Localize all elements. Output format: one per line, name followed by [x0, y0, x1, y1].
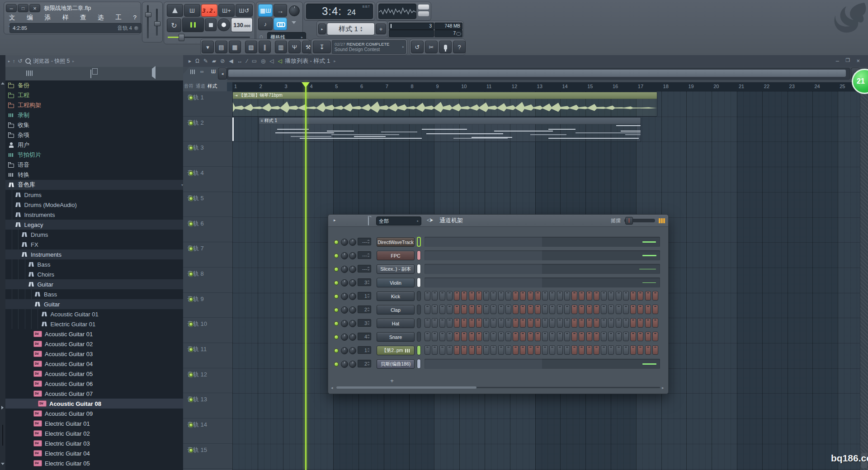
step-19[interactable] [557, 332, 563, 341]
step-21[interactable] [571, 345, 577, 355]
step-30[interactable] [637, 332, 643, 341]
help-button[interactable]: ? [453, 41, 466, 53]
step-20[interactable] [564, 332, 570, 341]
step-31[interactable] [645, 332, 651, 341]
step-3[interactable] [439, 345, 445, 355]
track-led[interactable] [189, 197, 193, 201]
step-1[interactable] [425, 318, 430, 328]
step-30[interactable] [637, 318, 643, 328]
browser-item-备份[interactable]: 备份 [5, 80, 183, 90]
channel-enable-led[interactable] [334, 254, 339, 258]
step-10[interactable] [491, 332, 496, 341]
tempo-display[interactable]: 130.000 [231, 18, 253, 32]
step-17[interactable] [542, 305, 548, 314]
track-led[interactable] [189, 348, 193, 352]
step-22[interactable] [579, 332, 585, 341]
pattern-clip[interactable]: ≡样式 1 [259, 117, 641, 142]
step-8[interactable] [476, 291, 482, 301]
channel-button[interactable]: Kick [377, 291, 415, 301]
step-9[interactable] [483, 332, 489, 341]
tab-通道[interactable]: 通道 [196, 83, 205, 89]
channel-button[interactable]: FPC [377, 251, 415, 260]
browser-next-icon[interactable]: ▸ [72, 59, 74, 63]
playhead-marker[interactable] [302, 82, 310, 88]
channel-enable-led[interactable] [334, 348, 339, 353]
track-led[interactable] [189, 222, 193, 226]
step-31[interactable] [645, 345, 651, 355]
browser-search-icon[interactable] [25, 58, 31, 64]
track-row-15[interactable]: 音轨 15 [183, 444, 232, 469]
pattern-display[interactable]: 样式 1 ▲▼ [327, 23, 375, 35]
step-9[interactable] [483, 291, 489, 301]
playlist-vscrollbar[interactable] [860, 77, 868, 470]
step-6[interactable] [461, 291, 467, 301]
step-24[interactable] [594, 318, 599, 328]
step-2[interactable] [432, 345, 438, 355]
step-8[interactable] [476, 318, 482, 328]
track-row-6[interactable]: 音轨 6 [183, 217, 232, 243]
channel-volume-knob[interactable] [349, 320, 356, 327]
step-26[interactable] [608, 332, 614, 341]
browser-item-转换[interactable]: 转换 [5, 170, 183, 180]
close-button[interactable]: × [29, 4, 40, 12]
step-32[interactable] [652, 332, 658, 341]
step-5[interactable] [454, 332, 460, 341]
detach-menu[interactable]: ▾ [202, 41, 214, 53]
step-3[interactable] [439, 332, 445, 341]
mic-button[interactable] [439, 41, 452, 53]
channel-button[interactable]: Snare [377, 332, 415, 342]
step-19[interactable] [557, 318, 563, 328]
channel-pan-knob[interactable] [341, 347, 348, 354]
count-in-button[interactable]: Ш+ [218, 4, 235, 17]
pattern-add-button[interactable]: + [376, 24, 386, 34]
channel-enable-led[interactable] [334, 335, 339, 339]
main-volume-knob[interactable] [289, 5, 300, 16]
step-18[interactable] [549, 305, 555, 314]
track-led[interactable] [189, 272, 193, 276]
step-20[interactable] [564, 318, 570, 328]
step-21[interactable] [571, 305, 577, 314]
plugin-picker-toggle[interactable]: Ψ [288, 41, 301, 53]
step-6[interactable] [461, 305, 467, 314]
track-led[interactable] [189, 297, 193, 301]
browser-undo-icon[interactable]: ↺ [18, 58, 23, 64]
browser-item-Guitar[interactable]: Guitar▾ [5, 299, 183, 309]
step-12[interactable] [505, 305, 511, 314]
channel-enable-led[interactable] [334, 267, 339, 272]
step-23[interactable] [586, 291, 592, 301]
channel-volume-knob[interactable] [349, 266, 356, 273]
step-6[interactable] [461, 332, 467, 341]
step-25[interactable] [601, 332, 607, 341]
browser-item-Electric Guitar 01[interactable]: Electric Guitar 01 [5, 418, 183, 428]
step-7[interactable] [469, 291, 475, 301]
channel-volume-knob[interactable] [349, 306, 356, 314]
browser-item-Acoustic Guitar 01[interactable]: Acoustic Guitar 01 [5, 329, 183, 339]
step-5[interactable] [454, 305, 460, 314]
step-28[interactable] [623, 305, 629, 314]
track-row-12[interactable]: 音轨 12 [183, 368, 232, 394]
wait-for-input-button[interactable]: Ш [184, 4, 200, 17]
step-22[interactable] [579, 291, 585, 301]
step-23[interactable] [586, 332, 592, 341]
step-14[interactable] [520, 318, 526, 328]
route-display[interactable]: 2 [358, 306, 371, 313]
step-15[interactable] [528, 345, 533, 355]
browser-item-Acoustic Guitar 09[interactable]: Acoustic Guitar 09 [5, 409, 183, 418]
step-28[interactable] [623, 318, 629, 328]
step-8[interactable] [476, 345, 482, 355]
preview-strip[interactable] [425, 250, 660, 260]
step-6[interactable] [461, 345, 467, 355]
restore-button[interactable]: □ [18, 4, 28, 12]
channel-button[interactable]: Clap [377, 305, 415, 315]
browser-item-Acoustic Guitar 03[interactable]: Acoustic Guitar 03 [5, 349, 183, 359]
channel-button[interactable]: DirectWaveTrack [377, 237, 415, 247]
browser-item-Acoustic Guitar 02[interactable]: Acoustic Guitar 02 [5, 339, 183, 349]
channel-pan-knob[interactable] [341, 306, 348, 314]
channel-pan-knob[interactable] [341, 320, 348, 327]
track-row-3[interactable]: 音轨 3 [183, 141, 232, 167]
step-13[interactable] [513, 291, 519, 301]
rack-hscrollbar-thumb[interactable] [336, 386, 476, 389]
mode-dropdown-arrow[interactable] [292, 21, 296, 24]
channel-button[interactable]: 【第2..pm [377, 346, 415, 355]
stop-button[interactable] [205, 19, 217, 31]
